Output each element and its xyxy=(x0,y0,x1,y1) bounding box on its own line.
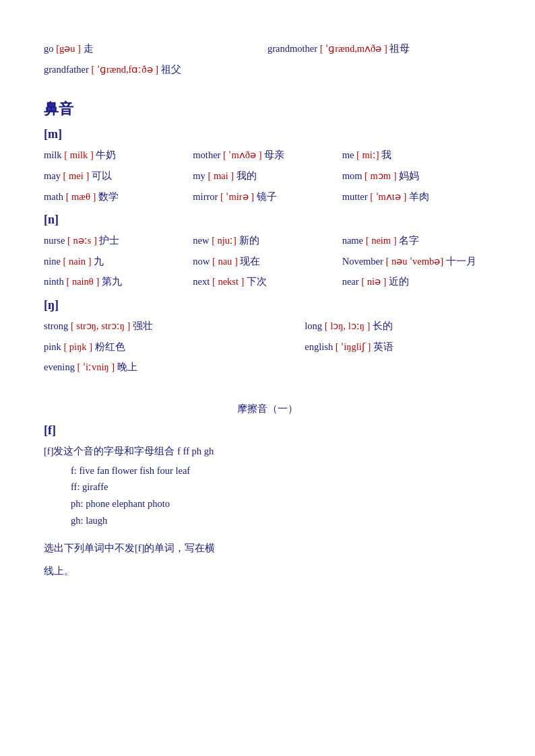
phonetic-mom: [ mɔm ] xyxy=(365,170,396,181)
chinese-mutter: 羊肉 xyxy=(409,191,429,202)
phonetic-math: [ mæθ ] xyxy=(66,191,96,202)
m-row-2: may [ mei ] 可以 my [ mai ] 我的 mom [ mɔm ]… xyxy=(44,168,491,184)
phonetic-me: [ miː] xyxy=(356,149,379,160)
phoneme-n-header: [n] xyxy=(44,213,491,227)
entry-nine: nine [ nain ] 九 xyxy=(44,253,193,270)
phonetic-name: [ neim ] xyxy=(366,235,397,246)
word-november: November xyxy=(342,256,383,267)
phonetic-go: [gəu ] xyxy=(56,43,81,54)
entry-mom: mom [ mɔm ] 妈妈 xyxy=(342,168,491,184)
chinese-name: 名字 xyxy=(399,235,419,246)
chinese-grandfather: 祖父 xyxy=(161,64,181,75)
word-grandfather: grandfather xyxy=(44,64,89,75)
entry-my: my [ mai ] 我的 xyxy=(193,168,342,184)
entry-grandmother: grandmother [ ˈɡrænd,mʌðə ] 祖母 xyxy=(268,40,491,57)
word-long: long xyxy=(305,320,322,331)
chinese-new: 新的 xyxy=(239,235,259,246)
entry-name: name [ neim ] 名字 xyxy=(342,232,491,249)
word-math: math xyxy=(44,191,63,202)
phonetic-next: [ nekst ] xyxy=(212,276,245,287)
chinese-mom: 妈妈 xyxy=(399,170,419,181)
chinese-strong: 强壮 xyxy=(133,320,153,331)
chinese-math: 数学 xyxy=(98,191,119,202)
phonetic-nurse: [ nəːs ] xyxy=(67,235,97,246)
phonetic-mother: [ ˈmʌðə ] xyxy=(223,149,261,160)
entry-english: english [ ˈiŋgliʃ ] 英语 xyxy=(305,339,491,355)
chinese-next: 下次 xyxy=(247,276,267,287)
n-row-3: ninth [ nainθ ] 第九 next [ nekst ] 下次 nea… xyxy=(44,273,491,290)
f-examples-block: f: five fan flower fish four leaf ff: gi… xyxy=(44,462,491,529)
phonetic-strong: [ strɔŋ, strɔːŋ ] xyxy=(71,320,131,331)
phonetic-pink: [ piŋk ] xyxy=(63,341,92,352)
word-me: me xyxy=(342,149,354,160)
entry-nurse: nurse [ nəːs ] 护士 xyxy=(44,232,193,249)
entry-me: me [ miː] 我 xyxy=(342,147,491,164)
word-pink: pink xyxy=(44,341,61,352)
n-row-1: nurse [ nəːs ] 护士 new [ njuː] 新的 name [ … xyxy=(44,232,491,249)
word-nurse: nurse xyxy=(44,235,65,246)
word-nine: nine xyxy=(44,256,61,267)
phonetic-now: [ nau ] xyxy=(212,256,238,267)
f-line: f: five fan flower fish four leaf xyxy=(71,462,491,479)
entry-new: new [ njuː] 新的 xyxy=(193,232,342,249)
word-near: near xyxy=(342,276,359,287)
entry-may: may [ mei ] 可以 xyxy=(44,168,193,184)
word-mutter: mutter xyxy=(342,191,368,202)
section-nasal-header: 鼻音 xyxy=(44,99,491,119)
word-name: name xyxy=(342,235,363,246)
phonetic-nine: [ nain ] xyxy=(63,256,92,267)
entry-milk: milk [ milk ] 牛奶 xyxy=(44,147,193,164)
entry-pink: pink [ piŋk ] 粉红色 xyxy=(44,339,305,355)
entry-mutter: mutter [ ˈmʌtə ] 羊肉 xyxy=(342,188,491,205)
ng-row-2: pink [ piŋk ] 粉红色 english [ ˈiŋgliʃ ] 英语 xyxy=(44,339,491,355)
phonetic-mutter: [ ˈmʌtə ] xyxy=(370,191,406,202)
word-mirror: mirror xyxy=(193,191,218,202)
ph-line: ph: phone elephant photo xyxy=(71,495,491,512)
exercise-text-1: 选出下列单词中不发[f]的单词，写在横 xyxy=(44,539,491,557)
chinese-grandmother: 祖母 xyxy=(389,43,410,54)
phonetic-grandmother: [ ˈɡrænd,mʌðə ] xyxy=(320,43,387,54)
m-row-3: math [ mæθ ] 数学 mirror [ ˈmirə ] 镜子 mutt… xyxy=(44,188,491,205)
chinese-pink: 粉红色 xyxy=(95,341,125,352)
word-milk: milk xyxy=(44,149,62,160)
phonetic-new: [ njuː] xyxy=(212,235,237,246)
word-mother: mother xyxy=(193,149,220,160)
entry-mother: mother [ ˈmʌðə ] 母亲 xyxy=(193,147,342,164)
center-title: 摩擦音（一） xyxy=(44,403,491,415)
chinese-near: 近的 xyxy=(389,276,409,287)
chinese-now: 现在 xyxy=(240,256,260,267)
chinese-nine: 九 xyxy=(94,256,104,267)
phonetic-english: [ ˈiŋgliʃ ] xyxy=(336,341,371,352)
phonetic-milk: [ milk ] xyxy=(64,149,94,160)
chinese-milk: 牛奶 xyxy=(96,149,116,160)
entry-ninth: ninth [ nainθ ] 第九 xyxy=(44,273,193,290)
entry-math: math [ mæθ ] 数学 xyxy=(44,188,193,205)
phonetic-mirror: [ ˈmirə ] xyxy=(220,191,254,202)
entry-near: near [ niə ] 近的 xyxy=(342,273,491,290)
word-now: now xyxy=(193,256,210,267)
phonetic-near: [ niə ] xyxy=(361,276,386,287)
phoneme-f-header: [f] xyxy=(44,423,491,438)
chinese-evening: 晚上 xyxy=(117,362,137,372)
n-row-2: nine [ nain ] 九 now [ nau ] 现在 November … xyxy=(44,253,491,270)
chinese-november: 十一月 xyxy=(446,256,476,267)
entry-grandfather: grandfather [ ˈɡrænd,fɑːðə ] 祖父 xyxy=(44,61,491,78)
chinese-english: 英语 xyxy=(373,341,394,352)
entry-strong: strong [ strɔŋ, strɔːŋ ] 强壮 xyxy=(44,318,305,335)
exercise-text-2: 线上。 xyxy=(44,562,491,580)
phoneme-ng-header: [ŋ] xyxy=(44,298,491,312)
chinese-nurse: 护士 xyxy=(99,235,119,246)
entry-november: November [ nəu ˈvembə] 十一月 xyxy=(342,253,491,270)
word-go: go xyxy=(44,43,54,54)
phonetic-may: [ mei ] xyxy=(63,170,90,181)
chinese-my: 我的 xyxy=(237,170,257,181)
chinese-mirror: 镜子 xyxy=(257,191,277,202)
chinese-me: 我 xyxy=(381,149,391,160)
entry-now: now [ nau ] 现在 xyxy=(193,253,342,270)
top-row-1: go [gəu ] 走 grandmother [ ˈɡrænd,mʌðə ] … xyxy=(44,40,491,57)
phonetic-grandfather: [ ˈɡrænd,fɑːðə ] xyxy=(91,64,158,75)
chinese-mother: 母亲 xyxy=(264,149,284,160)
m-row-1: milk [ milk ] 牛奶 mother [ ˈmʌðə ] 母亲 me … xyxy=(44,147,491,164)
ng-row-1: strong [ strɔŋ, strɔːŋ ] 强壮 long [ lɔŋ, … xyxy=(44,318,491,335)
word-may: may xyxy=(44,170,61,181)
